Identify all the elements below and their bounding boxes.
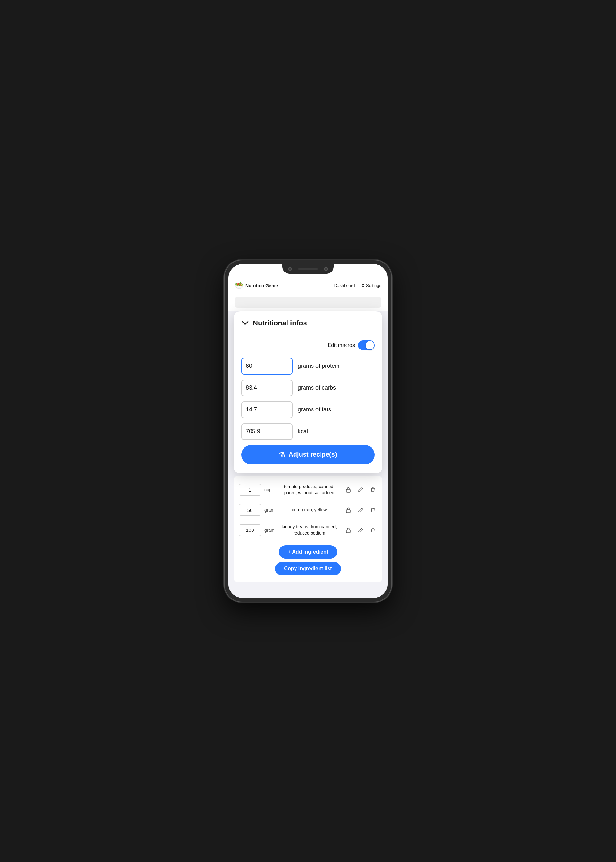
search-area [228,293,388,311]
protein-row: grams of protein [241,358,375,374]
ingredient-amount-3[interactable] [239,524,261,536]
adjust-recipe-label: Adjust recipe(s) [288,451,337,458]
app-logo[interactable]: 🥗 Nutrition Genie [235,282,278,290]
collapse-chevron[interactable] [241,319,249,327]
nav-links: Dashboard ⚙ Settings [334,283,381,288]
ingredient-amount-2[interactable] [239,504,261,516]
delete-icon-3[interactable] [368,526,377,535]
lock-icon-2[interactable] [344,505,353,514]
ingredient-name-3: kidney beans, from canned, reduced sodiu… [278,524,341,536]
svg-rect-2 [347,530,350,533]
copy-ingredient-list-button[interactable]: Copy ingredient list [275,562,341,576]
app-name: Nutrition Genie [245,283,278,288]
carbs-input[interactable] [241,380,292,396]
edit-macros-row: Edit macros [241,340,375,350]
lock-icon-3[interactable] [344,526,353,535]
protein-label: grams of protein [298,363,339,370]
notch [282,264,334,274]
bottom-padding [228,582,388,598]
delete-icon-2[interactable] [368,505,377,514]
ingredient-unit-1: cup [264,487,275,492]
modal-overlay: Nutritional infos Edit macros grams of p… [228,311,388,598]
delete-icon-1[interactable] [368,485,377,494]
adjust-recipe-button[interactable]: ⚗ Adjust recipe(s) [241,445,375,464]
nav-settings[interactable]: ⚙ Settings [361,283,381,288]
edit-icon-3[interactable] [356,526,365,535]
edit-macros-toggle[interactable] [358,340,375,350]
edit-icon-1[interactable] [356,485,365,494]
kcal-input[interactable] [241,423,292,440]
fats-row: grams of fats [241,401,375,418]
edit-icon-2[interactable] [356,505,365,514]
nav-dashboard[interactable]: Dashboard [334,283,355,288]
phone-screen: 🥗 Nutrition Genie Dashboard ⚙ Settings [228,264,388,598]
carbs-label: grams of carbs [298,384,336,391]
modal-header: Nutritional infos [241,319,375,327]
ingredient-row: gram corn grain, yellow [239,500,377,520]
ingredient-amount-1[interactable] [239,484,261,495]
ingredient-unit-3: gram [264,528,275,533]
ingredient-name-1: tomato products, canned, puree, without … [278,484,341,496]
kcal-label: kcal [298,428,308,435]
modal-title: Nutritional infos [253,319,307,327]
top-nav: 🥗 Nutrition Genie Dashboard ⚙ Settings [228,278,388,293]
add-ingredient-button[interactable]: + Add ingredient [279,545,337,559]
ingredient-name-2: corn grain, yellow [278,507,341,513]
beaker-icon: ⚗ [279,451,285,459]
ingredient-actions-3 [344,526,377,535]
notch-bar [228,264,388,278]
ingredient-list-container: cup tomato products, canned, puree, with… [234,476,382,582]
svg-rect-1 [347,510,350,513]
fats-label: grams of fats [298,406,331,413]
divider [234,334,382,334]
edit-macros-label: Edit macros [328,343,355,348]
logo-icon: 🥗 [235,282,244,290]
front-camera [288,267,292,271]
fats-input[interactable] [241,401,292,418]
svg-rect-0 [347,489,350,492]
toggle-knob [366,341,374,349]
nutritional-infos-modal: Nutritional infos Edit macros grams of p… [234,311,382,473]
phone-frame: 🥗 Nutrition Genie Dashboard ⚙ Settings [225,260,391,602]
ingredient-actions-2 [344,505,377,514]
speaker [299,267,317,270]
ingredient-row: gram kidney beans, from canned, reduced … [239,520,377,540]
protein-input[interactable] [241,358,292,374]
kcal-row: kcal [241,423,375,440]
carbs-row: grams of carbs [241,380,375,396]
ingredient-unit-2: gram [264,507,275,513]
search-bar[interactable] [235,297,381,308]
ingredient-actions-1 [344,485,377,494]
face-id-sensor [324,267,328,271]
lock-icon-1[interactable] [344,485,353,494]
ingredient-row: cup tomato products, canned, puree, with… [239,480,377,500]
